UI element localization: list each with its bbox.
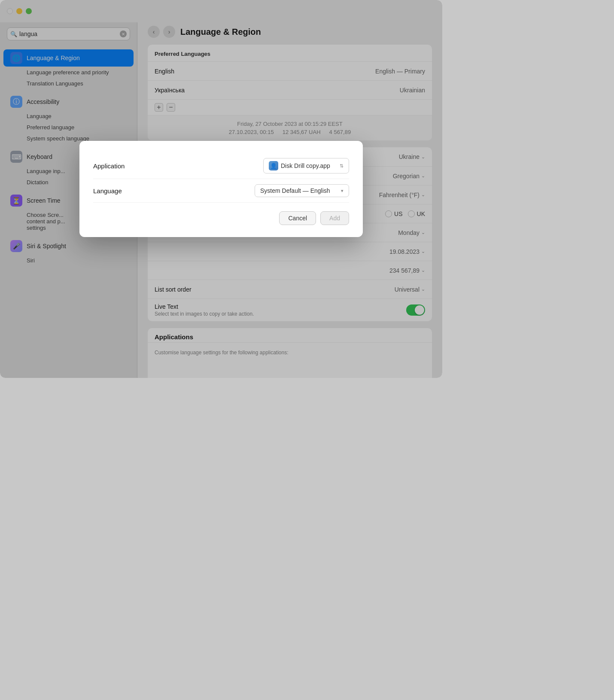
modal-application-select-inner: 👤 Disk Drill copy.app — [269, 161, 330, 170]
main-window: 🔍 ✕ 🌐 Language & Region Language prefere… — [0, 0, 442, 378]
modal-dialog: Application 👤 Disk Drill copy.app ⇅ Lang… — [79, 141, 363, 237]
add-button[interactable]: Add — [320, 211, 349, 225]
modal-application-select[interactable]: 👤 Disk Drill copy.app ⇅ — [263, 158, 349, 173]
cancel-button[interactable]: Cancel — [279, 211, 316, 225]
modal-language-label: Language — [93, 187, 255, 195]
modal-application-row: Application 👤 Disk Drill copy.app ⇅ — [93, 153, 349, 179]
modal-language-value: System Default — English — [260, 187, 330, 194]
app-icon: 👤 — [269, 161, 278, 170]
chevron-updown-icon: ⇅ — [340, 163, 343, 169]
modal-buttons: Cancel Add — [93, 211, 349, 225]
modal-overlay: Application 👤 Disk Drill copy.app ⇅ Lang… — [0, 0, 442, 378]
modal-application-value: Disk Drill copy.app — [281, 162, 330, 169]
modal-language-dropdown[interactable]: System Default — English ▾ — [255, 184, 349, 197]
modal-application-label: Application — [93, 162, 263, 170]
modal-language-row: Language System Default — English ▾ — [93, 179, 349, 203]
dropdown-arrow-icon: ▾ — [341, 188, 343, 194]
